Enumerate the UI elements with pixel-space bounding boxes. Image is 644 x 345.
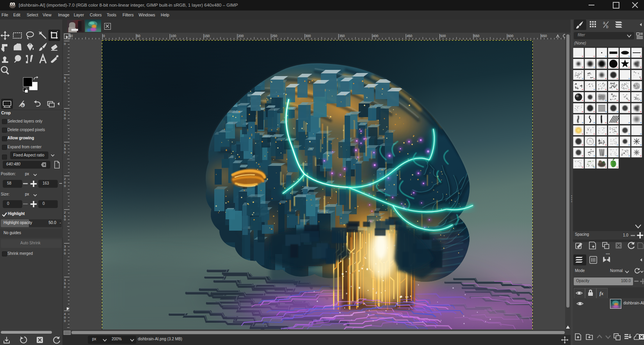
svg-text:0: 0	[64, 113, 66, 117]
svg-text:0: 0	[64, 285, 66, 289]
svg-text:+: +	[605, 110, 607, 114]
svg-text:+: +	[605, 77, 607, 80]
svg-text:0: 0	[64, 80, 66, 83]
svg-text:0: 0	[64, 319, 66, 323]
svg-text:+: +	[593, 88, 595, 91]
svg-text:+: +	[605, 121, 607, 124]
svg-text:+: +	[605, 99, 607, 102]
svg-text:+: +	[582, 66, 584, 69]
svg-text:4: 4	[64, 312, 66, 316]
svg-text:500: 500	[440, 34, 446, 38]
svg-text:+: +	[593, 77, 595, 80]
svg-text:+: +	[617, 77, 619, 80]
svg-text:+: +	[628, 154, 630, 158]
svg-text:+: +	[593, 165, 595, 169]
svg-text:+: +	[628, 132, 630, 136]
svg-text:3: 3	[64, 278, 66, 282]
svg-text:+: +	[582, 165, 584, 169]
svg-text:+: +	[628, 66, 630, 69]
svg-text:+: +	[605, 165, 607, 169]
svg-text:+: +	[628, 143, 630, 147]
svg-text:+: +	[605, 88, 607, 91]
svg-text:0: 0	[103, 34, 105, 38]
svg-text:+: +	[605, 55, 607, 58]
svg-text:+: +	[582, 55, 584, 58]
svg-text:+: +	[617, 110, 619, 114]
svg-text:+: +	[617, 99, 619, 102]
svg-text:+: +	[593, 110, 595, 114]
svg-text:650: 650	[541, 34, 547, 38]
svg-text:600: 600	[508, 34, 513, 38]
svg-text:+: +	[605, 132, 607, 136]
svg-text:+: +	[582, 77, 584, 80]
svg-text:+: +	[617, 132, 619, 136]
svg-text:+: +	[640, 55, 642, 58]
svg-text:+: +	[593, 55, 595, 58]
svg-text:0: 0	[64, 42, 66, 46]
svg-text:+: +	[582, 110, 584, 114]
svg-text:+: +	[617, 154, 619, 158]
svg-text:+: +	[605, 143, 607, 147]
svg-text:+: +	[582, 132, 584, 136]
svg-text:150: 150	[204, 34, 210, 38]
svg-text:+: +	[593, 99, 595, 102]
svg-text:5: 5	[64, 147, 66, 151]
svg-text:0: 0	[64, 117, 66, 120]
svg-text:+: +	[628, 99, 630, 102]
svg-text:5: 5	[64, 76, 66, 80]
svg-text:+: +	[617, 55, 619, 58]
svg-text:0: 0	[64, 316, 66, 319]
svg-text:+: +	[617, 143, 619, 147]
svg-text:50: 50	[137, 34, 141, 38]
svg-text:+: +	[605, 154, 607, 158]
svg-text:a: a	[603, 21, 605, 25]
svg-text:+: +	[628, 121, 630, 124]
svg-text:100: 100	[171, 34, 176, 38]
svg-text:350: 350	[339, 34, 345, 38]
svg-text:o: o	[21, 103, 24, 107]
svg-text:0: 0	[64, 151, 66, 154]
svg-text:2: 2	[64, 177, 66, 181]
svg-text:450: 450	[407, 34, 412, 38]
svg-text:+: +	[582, 88, 584, 91]
svg-text:5: 5	[64, 282, 66, 285]
svg-text:+: +	[628, 110, 630, 114]
svg-text:0: 0	[64, 218, 66, 221]
svg-text:+: +	[593, 154, 595, 158]
svg-text:0: 0	[64, 184, 66, 188]
svg-text:+: +	[617, 88, 619, 91]
svg-text:+: +	[617, 121, 619, 124]
svg-text:+: +	[582, 154, 584, 158]
svg-text:2: 2	[64, 211, 66, 214]
svg-text:+: +	[593, 132, 595, 136]
svg-text:200: 200	[238, 34, 244, 38]
svg-text:+: +	[582, 143, 584, 147]
svg-text:0: 0	[64, 248, 66, 252]
svg-text:+: +	[617, 66, 619, 69]
svg-text:+: +	[605, 66, 607, 69]
svg-text:+: +	[593, 66, 595, 69]
svg-text:300: 300	[305, 34, 311, 38]
svg-text:1: 1	[64, 110, 66, 113]
svg-text:+: +	[582, 99, 584, 102]
svg-text:0: 0	[64, 252, 66, 255]
svg-text:b: b	[606, 25, 608, 29]
svg-text:+: +	[628, 55, 630, 58]
svg-text:400: 400	[373, 34, 378, 38]
svg-text:250: 250	[272, 34, 277, 38]
svg-text:3: 3	[64, 245, 66, 248]
svg-text:+: +	[628, 88, 630, 91]
svg-text:+: +	[593, 143, 595, 147]
svg-text:+: +	[628, 77, 630, 80]
svg-text:1: 1	[64, 144, 66, 147]
svg-text:0: 0	[64, 181, 66, 184]
svg-text:fx: fx	[600, 291, 603, 296]
svg-text:+: +	[582, 121, 584, 124]
svg-text:550: 550	[474, 34, 479, 38]
svg-text:+: +	[617, 165, 619, 169]
svg-text:+: +	[593, 121, 595, 124]
